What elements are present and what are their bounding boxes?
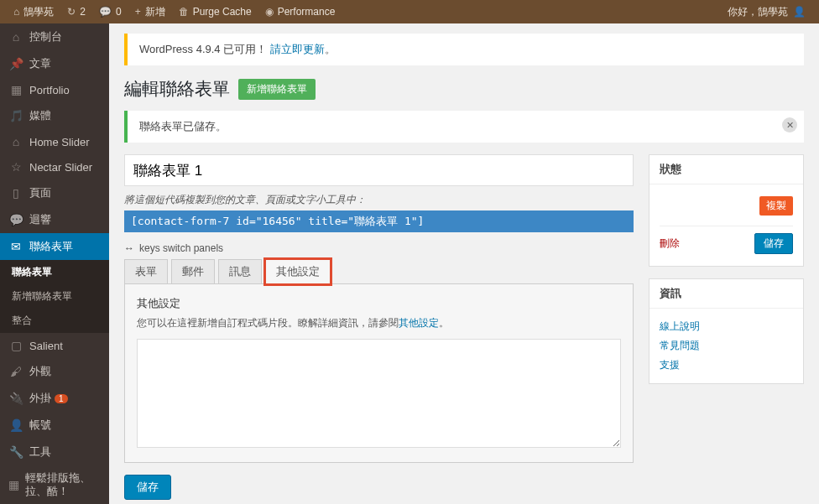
star-icon: ☆: [8, 160, 23, 174]
purge-label: Purge Cache: [193, 6, 252, 18]
additional-settings-textarea[interactable]: [137, 339, 621, 448]
comment-icon: 💬: [8, 213, 23, 226]
layout-icon: ▦: [8, 478, 19, 491]
media-icon: 🎵: [8, 109, 23, 122]
mail-icon: ✉: [8, 240, 23, 253]
saved-notice: 聯絡表單已儲存。 ✕: [124, 111, 804, 143]
tab-other[interactable]: 其他設定: [265, 259, 331, 284]
tab-messages[interactable]: 訊息: [218, 259, 262, 284]
greeting-text: 你好，鵠學苑: [728, 5, 788, 19]
comment-icon: 💬: [99, 6, 112, 18]
tab-mail[interactable]: 郵件: [171, 259, 215, 284]
menu-pages[interactable]: ▯頁面: [0, 179, 109, 206]
menu-media[interactable]: 🎵媒體: [0, 102, 109, 129]
support-link[interactable]: 支援: [660, 356, 793, 375]
tab-form[interactable]: 表單: [124, 259, 168, 284]
content-area: WordPress 4.9.4 已可用！ 請立即更新。 編輯聯絡表單 新增聯絡表…: [109, 23, 819, 504]
greeting[interactable]: 你好，鵠學苑👤: [721, 0, 812, 23]
performance-link[interactable]: ◉Performance: [258, 0, 342, 23]
save-button[interactable]: 儲存: [124, 475, 171, 500]
copy-button[interactable]: 複製: [759, 196, 793, 216]
updates-count: 2: [80, 6, 86, 18]
gauge-icon: ◉: [265, 6, 274, 18]
new-label: 新增: [145, 5, 165, 19]
pin-icon: 📌: [8, 57, 23, 70]
submenu-list[interactable]: 聯絡表單: [0, 260, 109, 284]
user-icon: 👤: [8, 418, 23, 432]
page-icon: ▯: [8, 186, 23, 200]
menu-tools[interactable]: 🔧工具: [0, 439, 109, 465]
wrench-icon: 🔧: [8, 445, 23, 459]
slider-icon: ⌂: [8, 135, 23, 148]
perf-label: Performance: [278, 6, 336, 18]
brush-icon: 🖌: [8, 365, 23, 378]
panel-desc: 您可以在這裡新增自訂程式碼片段。瞭解詳細資訊，請參閱其他設定。: [137, 316, 621, 330]
trash-icon: 🗑: [179, 6, 189, 18]
plugins-badge: 1: [55, 394, 68, 403]
site-link[interactable]: ⌂鵠學苑: [7, 0, 60, 23]
submenu-contact: 聯絡表單 新增聯絡表單 整合: [0, 260, 109, 333]
comments-link[interactable]: 💬0: [92, 0, 128, 23]
status-heading: 狀態: [649, 155, 803, 184]
shortcode-hint: 將這個短代碼複製到您的文章、頁面或文字小工具中：: [124, 193, 634, 207]
menu-dashboard[interactable]: ⌂控制台: [0, 23, 109, 50]
plug-icon: 🔌: [8, 392, 23, 405]
shortcode-box[interactable]: [contact-form-7 id="16456" title="聯絡表單 1…: [124, 210, 634, 232]
comments-count: 0: [116, 6, 122, 18]
menu-users[interactable]: 👤帳號: [0, 412, 109, 439]
page-title: 編輯聯絡表單: [124, 77, 230, 101]
doc-link[interactable]: 線上說明: [660, 317, 793, 336]
submenu-integration[interactable]: 整合: [0, 309, 109, 333]
info-heading: 資訊: [649, 279, 803, 309]
panel-desc-link[interactable]: 其他設定: [399, 317, 439, 329]
purge-cache[interactable]: 🗑Purge Cache: [172, 0, 258, 23]
dashboard-icon: ⌂: [8, 30, 23, 44]
menu-posts[interactable]: 📌文章: [0, 50, 109, 77]
menu-comments[interactable]: 💬迴響: [0, 206, 109, 233]
menu-salient[interactable]: ▢Salient: [0, 333, 109, 358]
keys-hint: keys switch panels: [124, 242, 634, 254]
update-notice: WordPress 4.9.4 已可用！ 請立即更新。: [124, 34, 804, 65]
dismiss-button[interactable]: ✕: [782, 117, 797, 132]
tabs: 表單 郵件 訊息 其他設定: [124, 259, 634, 284]
menu-appearance[interactable]: 🖌外觀: [0, 358, 109, 385]
portfolio-icon: ▦: [8, 83, 23, 96]
home-icon: ⌂: [13, 6, 19, 18]
theme-icon: ▢: [8, 339, 23, 352]
add-new-button[interactable]: 新增聯絡表單: [238, 79, 316, 100]
delete-link[interactable]: 刪除: [660, 236, 680, 251]
menu-portfolio[interactable]: ▦Portfolio: [0, 77, 109, 102]
panel-title: 其他設定: [137, 296, 621, 311]
menu-nectarslider[interactable]: ☆Nectar Slider: [0, 154, 109, 179]
panel-other: 其他設定 您可以在這裡新增自訂程式碼片段。瞭解詳細資訊，請參閱其他設定。: [124, 283, 634, 463]
form-title-input[interactable]: [124, 154, 634, 186]
saved-text: 聯絡表單已儲存。: [139, 120, 227, 132]
admin-bar: ⌂鵠學苑 ↻2 💬0 +新增 🗑Purge Cache ◉Performance…: [0, 0, 819, 23]
avatar-icon: 👤: [793, 6, 806, 18]
updates-link[interactable]: ↻2: [60, 0, 92, 23]
admin-menu: ⌂控制台 📌文章 ▦Portfolio 🎵媒體 ⌂Home Slider ☆Ne…: [0, 23, 109, 504]
side-save-button[interactable]: 儲存: [754, 233, 793, 254]
plus-icon: +: [135, 6, 141, 18]
site-name: 鵠學苑: [23, 5, 54, 19]
status-box: 狀態 複製 刪除 儲存: [649, 154, 804, 267]
info-box: 資訊 線上說明 常見問題 支援: [649, 278, 804, 384]
new-link[interactable]: +新增: [128, 0, 172, 23]
menu-homeslider[interactable]: ⌂Home Slider: [0, 129, 109, 154]
menu-contact[interactable]: ✉聯絡表單: [0, 233, 109, 260]
notice-text: WordPress 4.9.4 已可用！: [139, 43, 267, 55]
faq-link[interactable]: 常見問題: [660, 336, 793, 356]
refresh-icon: ↻: [67, 6, 76, 18]
submenu-new[interactable]: 新增聯絡表單: [0, 284, 109, 309]
menu-plugins[interactable]: 🔌外掛1: [0, 385, 109, 412]
update-link[interactable]: 請立即更新: [270, 43, 325, 55]
menu-easywp[interactable]: ▦輕鬆排版拖、拉、酷！: [0, 465, 109, 503]
